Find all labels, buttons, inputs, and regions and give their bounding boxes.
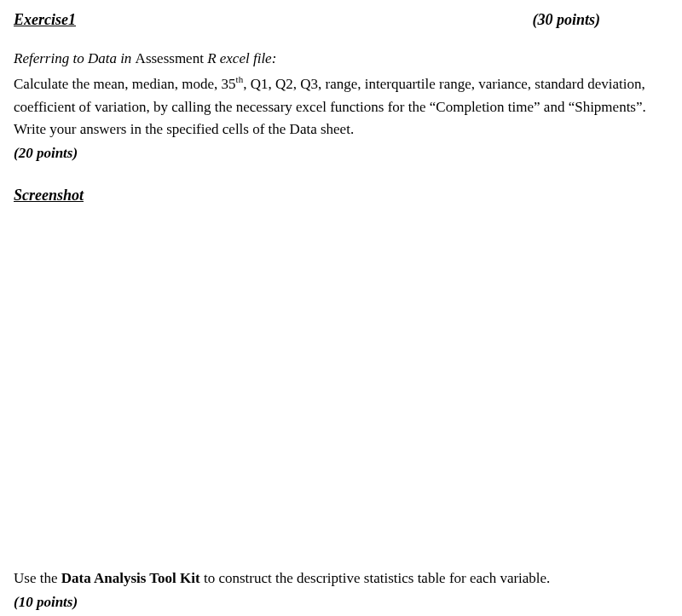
data-analysis-toolkit-label: Data Analysis Tool Kit: [61, 570, 200, 586]
screenshot-placeholder: [14, 213, 668, 567]
instructions-pre: Calculate the mean, median, mode, 35: [14, 76, 236, 92]
intro-prefix: Referring to Data in: [14, 50, 136, 66]
ordinal-superscript: th: [236, 75, 244, 85]
part2-pre: Use the: [14, 570, 61, 586]
intro-line: Referring to Data in Assessment R excel …: [14, 48, 668, 70]
part1-points: (20 points): [14, 142, 668, 164]
exercise-header: Exercise1 (30 points): [14, 9, 668, 32]
intro-suffix: R excel file:: [207, 50, 276, 66]
exercise-title: Exercise1: [14, 9, 76, 32]
screenshot-heading: Screenshot: [14, 184, 668, 208]
instructions-paragraph: Calculate the mean, median, mode, 35th, …: [14, 73, 668, 141]
intro-mid: Assessment: [136, 50, 208, 66]
part2-post: to construct the descriptive statistics …: [200, 570, 551, 586]
part2-points: (10 points): [14, 591, 668, 613]
total-points: (30 points): [532, 9, 600, 32]
part2-paragraph: Use the Data Analysis Tool Kit to constr…: [14, 567, 668, 590]
